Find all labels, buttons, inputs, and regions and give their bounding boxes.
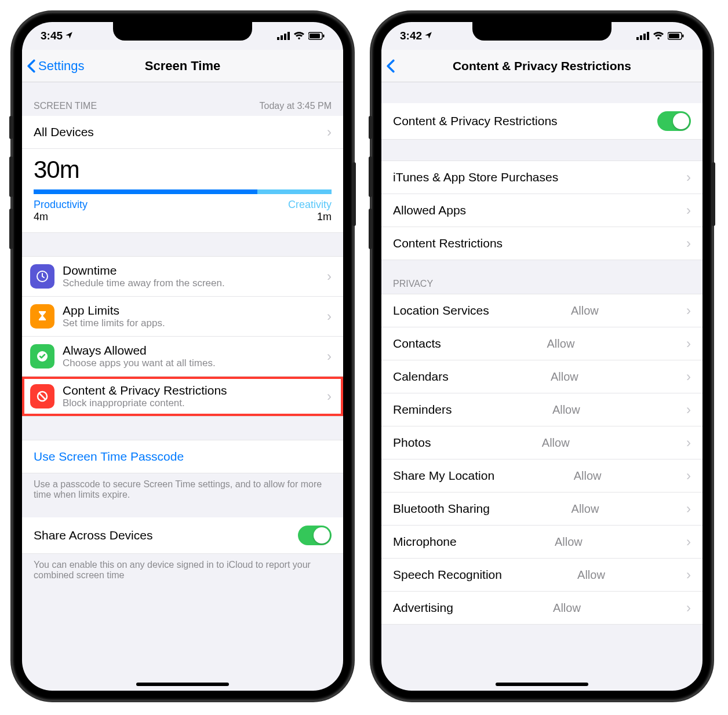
feature-subtitle: Block inappropriate content. (63, 397, 227, 409)
chevron-right-icon: › (327, 268, 332, 284)
chevron-right-icon: › (327, 388, 332, 404)
chevron-right-icon: › (686, 202, 691, 218)
all-devices-row[interactable]: All Devices › (22, 116, 343, 149)
privacy-value: Allow (542, 436, 570, 450)
share-help: You can enable this on any device signed… (22, 554, 343, 586)
privacy-calendars[interactable]: CalendarsAllow› (381, 360, 702, 393)
privacy-value: Allow (577, 568, 605, 582)
location-arrow-icon (424, 30, 432, 42)
wifi-icon (293, 32, 305, 40)
chevron-right-icon: › (686, 335, 691, 352)
phone-right: 3:42 Content & Privacy (371, 12, 713, 701)
chevron-right-icon: › (327, 124, 332, 140)
signal-icon (277, 32, 290, 40)
status-time: 3:45 (41, 30, 63, 42)
privacy-share-my-location[interactable]: Share My LocationAllow› (381, 459, 702, 493)
nav-bar: Settings Screen Time (22, 50, 343, 82)
feature-subtitle: Choose apps you want at all times. (63, 358, 216, 369)
chevron-right-icon: › (327, 348, 332, 364)
category-breakdown: Productivity 4m Creativity 1m (22, 194, 343, 233)
svg-rect-12 (640, 35, 642, 40)
home-indicator[interactable] (136, 683, 229, 686)
content-privacy-toggle-row[interactable]: Content & Privacy Restrictions (381, 103, 702, 140)
feature-subtitle: Set time limits for apps. (63, 318, 165, 329)
home-indicator[interactable] (496, 683, 588, 686)
privacy-microphone[interactable]: MicrophoneAllow› (381, 526, 702, 559)
svg-rect-17 (682, 35, 684, 38)
feature-title: Content & Privacy Restrictions (63, 384, 227, 397)
feature-hourglass[interactable]: App LimitsSet time limits for apps.› (22, 297, 343, 337)
nav-bar: Content & Privacy Restrictions (381, 50, 702, 82)
feature-title: Downtime (63, 264, 225, 278)
use-screen-time-passcode[interactable]: Use Screen Time Passcode (22, 440, 343, 473)
privacy-value: Allow (553, 601, 581, 615)
privacy-value: Allow (572, 502, 599, 516)
svg-rect-11 (636, 37, 639, 40)
row-allowed-apps[interactable]: Allowed Apps› (381, 194, 702, 227)
privacy-bluetooth-sharing[interactable]: Bluetooth SharingAllow› (381, 493, 702, 526)
svg-line-10 (39, 393, 46, 400)
privacy-contacts[interactable]: ContactsAllow› (381, 327, 702, 360)
svg-rect-0 (277, 37, 279, 40)
row-itunes-app-store-purchases[interactable]: iTunes & App Store Purchases› (381, 160, 702, 194)
privacy-location-services[interactable]: Location ServicesAllow› (381, 294, 702, 327)
chevron-right-icon: › (686, 235, 691, 251)
location-arrow-icon (65, 30, 73, 42)
svg-rect-3 (287, 32, 290, 40)
chevron-right-icon: › (686, 169, 691, 185)
check-icon (30, 344, 54, 369)
share-across-devices-row[interactable]: Share Across Devices (22, 517, 343, 554)
privacy-advertising[interactable]: AdvertisingAllow› (381, 592, 702, 625)
passcode-help: Use a passcode to secure Screen Time set… (22, 473, 343, 506)
privacy-reminders[interactable]: RemindersAllow› (381, 393, 702, 426)
chevron-right-icon: › (686, 534, 691, 550)
content-privacy-toggle[interactable] (657, 111, 691, 131)
chevron-right-icon: › (686, 435, 691, 451)
battery-icon (668, 32, 684, 40)
chevron-right-icon: › (327, 308, 332, 324)
privacy-value: Allow (574, 469, 602, 483)
signal-icon (636, 32, 649, 40)
feature-title: App Limits (63, 304, 165, 318)
svg-rect-16 (669, 34, 679, 38)
feature-block[interactable]: Content & Privacy RestrictionsBlock inap… (22, 377, 343, 417)
privacy-value: Allow (551, 370, 578, 384)
feature-subtitle: Schedule time away from the screen. (63, 278, 225, 289)
nav-title: Content & Privacy Restrictions (387, 59, 697, 73)
chevron-right-icon: › (686, 468, 691, 484)
privacy-value: Allow (571, 304, 599, 318)
privacy-value: Allow (552, 403, 580, 417)
clock-icon (30, 264, 54, 289)
feature-title: Always Allowed (63, 344, 216, 358)
battery-icon (308, 32, 325, 40)
back-button[interactable]: Settings (27, 59, 85, 74)
privacy-photos[interactable]: PhotosAllow› (381, 426, 702, 459)
privacy-value: Allow (555, 535, 583, 549)
back-button[interactable] (386, 59, 395, 73)
chevron-right-icon: › (686, 600, 691, 616)
hourglass-icon (30, 304, 54, 329)
phone-left: 3:45 Settings S (12, 12, 354, 701)
privacy-value: Allow (547, 337, 575, 351)
chevron-right-icon: › (686, 567, 691, 583)
chevron-right-icon: › (686, 369, 691, 385)
usage-bar (34, 189, 332, 194)
status-time: 3:42 (400, 30, 422, 42)
chevron-right-icon: › (686, 402, 691, 418)
chevron-right-icon: › (686, 501, 691, 517)
section-header-screen-time: Screen Time Today at 3:45 PM (22, 82, 343, 116)
svg-rect-13 (643, 34, 646, 40)
feature-clock[interactable]: DowntimeSchedule time away from the scre… (22, 256, 343, 297)
privacy-speech-recognition[interactable]: Speech RecognitionAllow› (381, 559, 702, 592)
svg-rect-14 (647, 32, 649, 40)
chevron-right-icon: › (686, 302, 691, 319)
feature-check[interactable]: Always AllowedChoose apps you want at al… (22, 337, 343, 377)
section-header-privacy: Privacy (381, 260, 702, 294)
share-toggle[interactable] (298, 526, 332, 545)
svg-rect-2 (284, 34, 286, 40)
wifi-icon (653, 32, 664, 40)
block-icon (30, 384, 54, 408)
row-content-restrictions[interactable]: Content Restrictions› (381, 227, 702, 260)
svg-rect-5 (310, 34, 320, 38)
total-screen-time[interactable]: 30m (22, 149, 343, 194)
